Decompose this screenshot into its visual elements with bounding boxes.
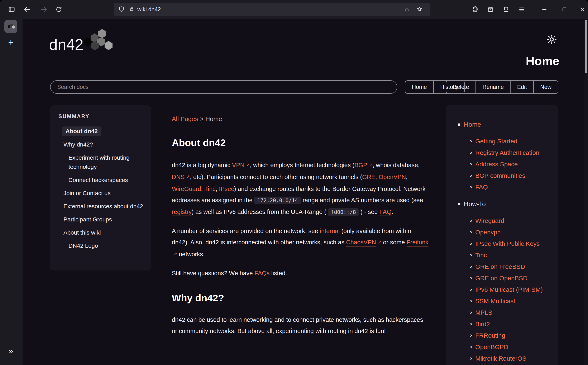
content-link[interactable]: registry bbox=[172, 209, 192, 215]
article-body: About dn42dn42 is a big dynamic VPN↗, wh… bbox=[172, 137, 430, 337]
home-button[interactable]: Home bbox=[405, 81, 433, 93]
toc-link[interactable]: Openvpn bbox=[475, 229, 501, 236]
theme-toggle-sun-icon[interactable] bbox=[546, 34, 557, 45]
devices-sync-icon[interactable] bbox=[502, 5, 510, 14]
summary-item[interactable]: Participant Groups bbox=[50, 215, 151, 224]
toc-link[interactable]: FAQ bbox=[475, 184, 488, 190]
content-link[interactable]: Tinc bbox=[204, 186, 216, 192]
menu-hamburger-icon[interactable] bbox=[518, 5, 526, 14]
article: All Pages > Home About dn42dn42 is a big… bbox=[172, 115, 430, 337]
toc-link[interactable]: Registry Authentication bbox=[475, 149, 539, 156]
toc-link[interactable]: SSM Multicast bbox=[475, 298, 515, 304]
summary-item[interactable]: Experiment with routing technology bbox=[50, 153, 151, 172]
toc-link[interactable]: Wireguard bbox=[475, 217, 504, 224]
container-box-icon[interactable] bbox=[486, 5, 495, 14]
close-button[interactable] bbox=[578, 5, 587, 14]
text: Still have questions? We have bbox=[172, 270, 254, 276]
delete-button[interactable]: Delete bbox=[446, 81, 476, 93]
content-link[interactable]: WireGuard bbox=[172, 186, 201, 192]
toc-link[interactable]: Address Space bbox=[475, 161, 518, 168]
back-button[interactable] bbox=[23, 5, 31, 14]
summary-item[interactable]: About dn42 bbox=[62, 126, 101, 136]
content-link[interactable]: OpenVPN bbox=[379, 174, 406, 180]
content-link[interactable]: DNS bbox=[172, 174, 184, 180]
url-text[interactable]: wiki.dn42 bbox=[137, 3, 161, 16]
browser-titlebar: wiki.dn42 bbox=[0, 0, 588, 19]
toolbar-divider bbox=[50, 100, 558, 100]
external-link-arrow-icon: ↗ bbox=[173, 248, 177, 260]
bookmark-star-icon[interactable] bbox=[416, 6, 423, 13]
reload-button[interactable] bbox=[55, 5, 63, 14]
logo-hexagon bbox=[84, 37, 92, 47]
toc-link[interactable]: BGP communities bbox=[475, 172, 525, 179]
toc-link[interactable]: Home bbox=[464, 121, 481, 128]
bullet-circle-icon bbox=[470, 175, 472, 177]
forward-button[interactable] bbox=[40, 5, 48, 14]
lock-icon[interactable] bbox=[129, 6, 135, 13]
content-link[interactable]: FAQ bbox=[379, 209, 392, 215]
summary-item[interactable]: Join or Contact us bbox=[50, 189, 151, 198]
toc-link[interactable]: IPsec With Public Keys bbox=[475, 240, 539, 247]
text: , bbox=[216, 186, 219, 192]
paragraph: dn42 is a big dynamic VPN↗, which employ… bbox=[172, 159, 430, 218]
bullet-circle-icon bbox=[470, 323, 472, 325]
toc-item: How-To bbox=[446, 198, 558, 210]
search-input[interactable] bbox=[50, 80, 397, 94]
toc-link[interactable]: MPLS bbox=[475, 309, 492, 316]
paragraph: dn42 can be used to learn networking and… bbox=[172, 314, 430, 337]
minimize-button[interactable] bbox=[540, 5, 549, 14]
summary-item[interactable]: Why dn42? bbox=[50, 140, 151, 149]
text: , etc). Participants connect to each oth… bbox=[190, 174, 362, 180]
content-link[interactable]: IPsec bbox=[219, 186, 234, 192]
toc-link[interactable]: Tinc bbox=[475, 252, 487, 259]
toc-item: MPLS bbox=[446, 307, 558, 318]
edit-button[interactable]: Edit bbox=[510, 81, 533, 93]
summary-item[interactable]: About this wiki bbox=[50, 228, 151, 237]
toc-item: Tinc bbox=[446, 249, 558, 261]
logo-hexagon bbox=[98, 29, 106, 38]
maximize-button[interactable] bbox=[560, 5, 569, 14]
toc-link[interactable]: IPv6 Multicast (PIM-SM) bbox=[475, 286, 543, 293]
content-link[interactable]: VPN bbox=[232, 162, 245, 168]
summary-item[interactable]: Connect hackerspaces bbox=[50, 175, 151, 185]
toc-link[interactable]: Getting Started bbox=[475, 138, 518, 145]
toc-link[interactable]: GRE on OpenBSD bbox=[475, 275, 527, 281]
save-page-icon[interactable] bbox=[404, 6, 411, 13]
toc-link[interactable]: Bird2 bbox=[475, 321, 490, 327]
toc-link[interactable]: OpenBGPD bbox=[475, 344, 508, 350]
content-link[interactable]: internal bbox=[320, 228, 340, 234]
toc-link[interactable]: Mikrotik RouterOS bbox=[475, 355, 526, 362]
content-link[interactable]: FAQs bbox=[254, 270, 270, 276]
sidebar-toggle-icon[interactable] bbox=[7, 5, 16, 14]
content-link[interactable]: ChaosVPN bbox=[346, 239, 376, 246]
expand-sidebar-button[interactable]: » bbox=[0, 346, 22, 356]
content-link[interactable]: GRE bbox=[362, 174, 375, 180]
content-link[interactable]: Freifunk bbox=[407, 239, 428, 246]
toc-link[interactable]: GRE on FreeBSD bbox=[475, 263, 525, 270]
toc-item: SSM Multicast bbox=[446, 295, 558, 307]
summary-item[interactable]: External resources about dn42 bbox=[50, 202, 151, 211]
site-logo[interactable]: dn42 bbox=[49, 28, 137, 61]
extensions-puzzle-icon[interactable] bbox=[471, 5, 479, 14]
content-link[interactable]: BGP bbox=[354, 162, 367, 168]
text: dn42 can be used to learn networking and… bbox=[172, 316, 423, 334]
summary-item[interactable]: DN42 Logo bbox=[50, 241, 151, 250]
active-tab[interactable] bbox=[4, 20, 17, 33]
toc-item: OpenBGPD bbox=[446, 341, 558, 353]
url-bar[interactable]: wiki.dn42 bbox=[114, 3, 430, 16]
scrollbar-thumb[interactable] bbox=[585, 20, 587, 73]
bullet-circle-icon bbox=[470, 312, 472, 314]
new-button[interactable]: New bbox=[533, 81, 558, 93]
toc-item: BGP communities bbox=[446, 170, 558, 181]
toc-link[interactable]: FRRouting bbox=[475, 332, 505, 339]
breadcrumb-all-pages-link[interactable]: All Pages bbox=[172, 115, 198, 122]
toc-item: FAQ bbox=[446, 181, 558, 193]
text: networks. bbox=[177, 251, 204, 258]
new-tab-button[interactable]: + bbox=[0, 37, 22, 48]
code-span: fd00::/8 bbox=[328, 208, 359, 216]
shield-icon[interactable] bbox=[118, 6, 125, 13]
toc-item: Getting Started bbox=[446, 135, 558, 147]
text: . bbox=[392, 209, 393, 215]
rename-button[interactable]: Rename bbox=[476, 81, 510, 93]
text: dn42 is a big dynamic bbox=[172, 162, 232, 168]
